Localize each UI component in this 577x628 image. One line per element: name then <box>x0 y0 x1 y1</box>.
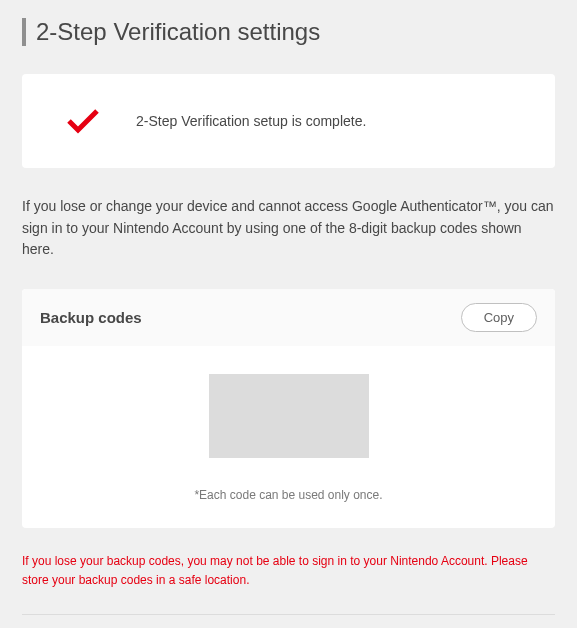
info-text: If you lose or change your device and ca… <box>22 196 555 261</box>
backup-title: Backup codes <box>40 309 142 326</box>
backup-body: *Each code can be used only once. <box>22 346 555 528</box>
code-use-note: *Each code can be used only once. <box>40 488 537 502</box>
checkmark-icon <box>66 108 100 134</box>
backup-codes-card: Backup codes Copy *Each code can be used… <box>22 289 555 528</box>
copy-button[interactable]: Copy <box>461 303 537 332</box>
status-message: 2-Step Verification setup is complete. <box>136 113 366 129</box>
warning-text: If you lose your backup codes, you may n… <box>22 552 555 590</box>
divider <box>22 614 555 615</box>
page-title-row: 2-Step Verification settings <box>22 18 555 46</box>
title-accent-bar <box>22 18 26 46</box>
backup-header: Backup codes Copy <box>22 289 555 346</box>
page-title: 2-Step Verification settings <box>36 18 320 46</box>
settings-page: 2-Step Verification settings 2-Step Veri… <box>0 0 577 628</box>
status-card: 2-Step Verification setup is complete. <box>22 74 555 168</box>
codes-redacted-block <box>209 374 369 458</box>
